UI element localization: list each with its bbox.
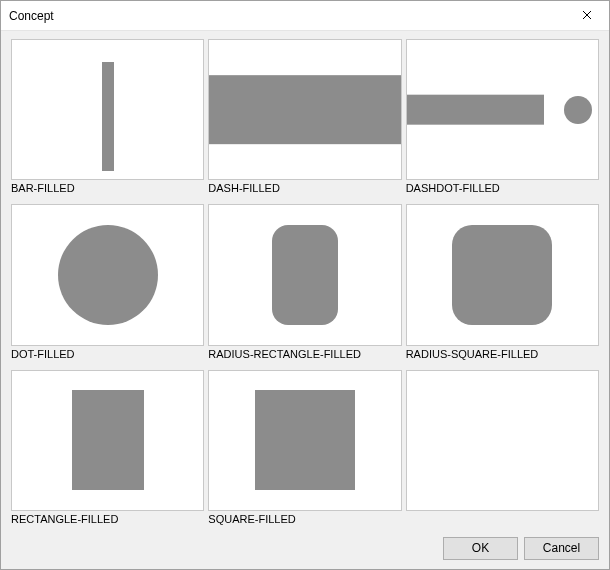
ok-button[interactable]: OK	[443, 537, 518, 560]
dash-filled-icon	[209, 75, 400, 145]
concept-label: DASH-FILLED	[208, 180, 401, 198]
concept-tile[interactable]	[208, 204, 401, 345]
concept-tile[interactable]	[406, 39, 599, 180]
close-button[interactable]	[564, 1, 609, 31]
dashdot-dot-icon	[564, 96, 592, 124]
cancel-button[interactable]: Cancel	[524, 537, 599, 560]
concept-item-bar-filled: BAR-FILLED	[11, 39, 204, 198]
dashdot-bar-icon	[407, 94, 545, 125]
radius-rectangle-filled-icon	[272, 225, 338, 325]
concept-tile-empty	[406, 370, 599, 511]
concept-tile[interactable]	[406, 204, 599, 345]
close-icon	[582, 9, 592, 23]
dialog-buttons: OK Cancel	[1, 533, 609, 569]
concept-item-square-filled: SQUARE-FILLED	[208, 370, 401, 529]
square-filled-icon	[255, 390, 355, 490]
radius-square-filled-icon	[452, 225, 552, 325]
concept-tile[interactable]	[11, 204, 204, 345]
titlebar: Concept	[1, 1, 609, 31]
concept-tile[interactable]	[208, 39, 401, 180]
window-title: Concept	[9, 9, 564, 23]
concept-item-dot-filled: DOT-FILLED	[11, 204, 204, 363]
concept-item-rectangle-filled: RECTANGLE-FILLED	[11, 370, 204, 529]
dot-filled-icon	[58, 225, 158, 325]
concept-item-radius-square-filled: RADIUS-SQUARE-FILLED	[406, 204, 599, 363]
concept-tile[interactable]	[11, 39, 204, 180]
concept-item-dash-filled: DASH-FILLED	[208, 39, 401, 198]
concept-label: DASHDOT-FILLED	[406, 180, 599, 198]
concept-label: SQUARE-FILLED	[208, 511, 401, 529]
concept-label: RADIUS-RECTANGLE-FILLED	[208, 346, 401, 364]
concept-label: BAR-FILLED	[11, 180, 204, 198]
concept-tile[interactable]	[208, 370, 401, 511]
concept-label-empty	[406, 511, 599, 529]
concept-grid: BAR-FILLED DASH-FILLED DASHDOT-FILLED DO…	[1, 31, 609, 533]
concept-label: RECTANGLE-FILLED	[11, 511, 204, 529]
concept-tile[interactable]	[11, 370, 204, 511]
bar-filled-icon	[102, 62, 114, 171]
concept-item-empty	[406, 370, 599, 529]
concept-dialog: Concept BAR-FILLED DASH-FILLED DASHD	[0, 0, 610, 570]
concept-item-radius-rectangle-filled: RADIUS-RECTANGLE-FILLED	[208, 204, 401, 363]
concept-item-dashdot-filled: DASHDOT-FILLED	[406, 39, 599, 198]
concept-label: DOT-FILLED	[11, 346, 204, 364]
concept-label: RADIUS-SQUARE-FILLED	[406, 346, 599, 364]
rectangle-filled-icon	[72, 390, 144, 490]
